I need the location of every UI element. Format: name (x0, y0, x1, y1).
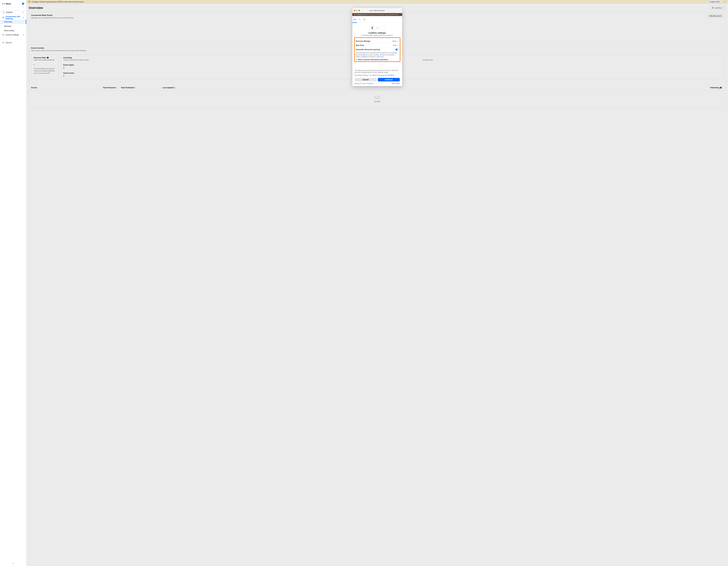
address-bar: 🔒 facebook.com/v15.0/dialog/oauth?displa… (352, 13, 402, 16)
org-avatar-icon (2, 11, 5, 13)
expand-customer-params[interactable]: ▼ Show customer information parameters (356, 59, 399, 60)
step-tab-2[interactable] (357, 16, 362, 23)
svg-point-11 (371, 28, 372, 29)
advanced-matching-caption: Use information your customers have prov… (356, 52, 399, 58)
svg-point-6 (363, 20, 364, 20)
confirm-settings-subtitle: Conversions API Gateway will be connecte… (355, 34, 400, 36)
cancel-button[interactable]: Cancel (355, 78, 377, 81)
meta-logo-icon (353, 18, 356, 20)
minimize-window-icon[interactable] (356, 10, 358, 11)
settings-highlight: Business Manager Stape Meta Pixel Web (354, 37, 400, 62)
network-icon (363, 18, 365, 20)
logout-icon (2, 41, 4, 44)
screen-icon (358, 18, 361, 20)
address-url: facebook.com/v15.0/dialog/oauth?display=… (356, 14, 401, 15)
target-placeholder-icon (380, 25, 385, 30)
nav-account-settings[interactable]: Account settings (0, 33, 26, 37)
nav-data-routing[interactable]: Data routing (0, 28, 26, 33)
nav-section-label: Conversions API Gateway (6, 16, 21, 20)
hub-icon (370, 25, 375, 30)
popup-actions: Cancel Continue (352, 76, 402, 83)
rocket-icon (2, 17, 4, 19)
nav-logout-label: Log out (6, 41, 12, 44)
svg-point-4 (363, 18, 364, 19)
confirm-settings-title: Confirm settings (355, 32, 400, 34)
advanced-matching-toggle[interactable] (395, 49, 399, 50)
chevron-down-icon (22, 11, 24, 13)
nav-websites[interactable]: Websites (0, 24, 26, 28)
nav-section-capi-gateway[interactable]: Conversions API Gateway (0, 16, 26, 20)
window-controls[interactable] (354, 10, 360, 11)
popup-window-title: Log in With Facebook (361, 10, 393, 11)
org-selector[interactable]: elxglokw (1, 10, 25, 14)
terms-link[interactable]: Terms and conditions (380, 74, 394, 76)
contact-us-link[interactable]: Contact us (367, 83, 374, 84)
popup-footer: Having an issue? Contact us Help Center (352, 83, 402, 86)
brand: Meta (2, 2, 11, 5)
main: Configure domain naming system (DNS) to … (26, 0, 728, 566)
person-icon (22, 3, 24, 4)
svg-point-8 (372, 28, 372, 28)
svg-point-9 (371, 27, 372, 27)
svg-point-3 (364, 19, 364, 20)
row-meta-pixel[interactable]: Meta Pixel Web (356, 43, 399, 47)
confirm-illustration (355, 25, 400, 30)
step-tab-1[interactable] (352, 16, 357, 23)
row-business-manager[interactable]: Business Manager Stape (356, 39, 399, 43)
brand-name: Meta (6, 2, 11, 5)
popup-step-tabs (352, 16, 402, 23)
nav-account-settings-label: Account settings (6, 34, 19, 36)
svg-point-0 (3, 34, 3, 35)
svg-point-5 (365, 18, 365, 19)
chevron-right-icon (397, 40, 399, 42)
arrow-right-icon (376, 27, 378, 29)
triangle-down-icon: ▼ (356, 59, 357, 60)
chevron-up-icon (23, 17, 24, 18)
close-window-icon[interactable] (354, 10, 355, 11)
chevron-right-icon (397, 45, 399, 46)
facebook-login-popup: Log in With Facebook 🔒 facebook.com/v15.… (352, 8, 402, 86)
svg-rect-2 (359, 19, 360, 20)
maximize-window-icon[interactable] (358, 10, 360, 11)
popup-titlebar: Log in With Facebook (352, 8, 402, 13)
nav-overview[interactable]: Overview (0, 20, 26, 24)
svg-point-13 (372, 27, 372, 27)
popup-body: Confirm settings Conversions API Gateway… (352, 23, 402, 64)
popup-disclaimer: This business app can access information… (352, 69, 402, 76)
people-link[interactable]: people (362, 56, 367, 57)
org-name: elxglokw (6, 11, 13, 13)
svg-point-14 (372, 29, 372, 29)
sidebar-header: Meta (0, 0, 26, 7)
chevron-down-icon (23, 34, 24, 36)
meta-logo-icon (2, 3, 5, 5)
lock-icon: 🔒 (354, 14, 356, 15)
gear-icon (2, 34, 4, 36)
sidebar: Meta elxglokw Conversions API Gateway (0, 0, 26, 566)
svg-point-10 (373, 27, 373, 27)
nav-logout[interactable]: Log out (0, 40, 26, 45)
sidebar-collapse-button[interactable] (0, 562, 26, 565)
continue-button[interactable]: Continue (378, 78, 400, 81)
learn-more-link[interactable]: Learn more (376, 56, 384, 57)
row-advanced-matching: Automatic advanced matching (356, 47, 399, 52)
profile-avatar[interactable] (22, 3, 24, 5)
svg-point-7 (365, 20, 365, 20)
svg-point-12 (373, 28, 373, 29)
step-tab-3[interactable] (362, 16, 367, 23)
help-center-link[interactable]: Help Center (392, 83, 400, 84)
